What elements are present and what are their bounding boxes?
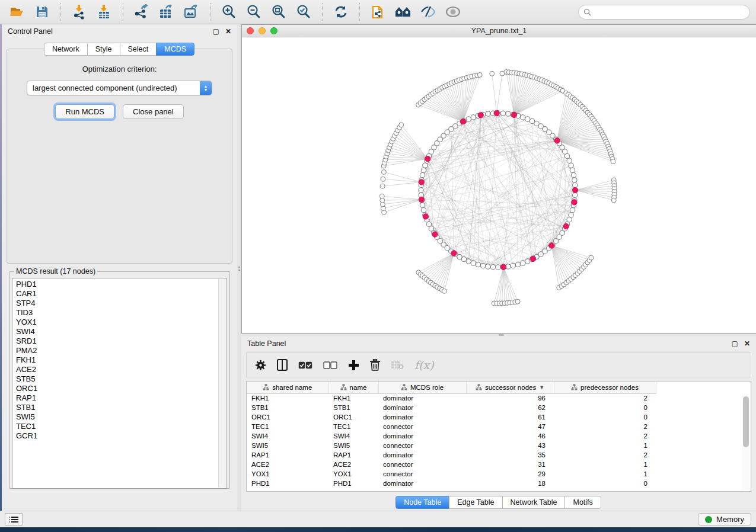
column-header-shared-name[interactable]: shared name <box>247 382 328 393</box>
column-header-predecessor-nodes[interactable]: predecessor nodes <box>554 382 656 393</box>
table-row[interactable]: SWI4SWI4dominator462 <box>247 431 656 441</box>
import-table-icon[interactable] <box>93 2 116 21</box>
table-cell[interactable]: 62 <box>466 403 554 412</box>
tab-network[interactable]: Network <box>44 43 88 56</box>
open-file-icon[interactable] <box>6 2 28 21</box>
table-cell[interactable]: PHD1 <box>247 479 328 488</box>
table-cell[interactable]: TEC1 <box>247 422 328 431</box>
tab-select[interactable]: Select <box>120 43 157 56</box>
table-scrollbar[interactable] <box>742 394 749 490</box>
column-header-successor-nodes[interactable]: successor nodes▼ <box>466 382 554 393</box>
table-cell[interactable]: 43 <box>466 441 554 450</box>
table-cell[interactable]: SWI4 <box>328 431 378 441</box>
table-cell[interactable]: STB1 <box>247 403 328 412</box>
table-cell[interactable]: dominator <box>378 412 466 422</box>
float-table-panel-icon[interactable]: ▢ <box>732 340 738 347</box>
export-image-icon[interactable] <box>180 2 203 21</box>
table-row[interactable]: STB1STB1dominator620 <box>247 403 656 412</box>
mcds-result-item[interactable]: STB5 <box>16 374 227 384</box>
table-cell[interactable]: ACE2 <box>328 460 378 469</box>
close-panel-icon[interactable]: ✕ <box>225 28 231 35</box>
table-cell[interactable]: PHD1 <box>328 479 378 488</box>
add-column-icon[interactable] <box>348 360 359 371</box>
table-row[interactable]: ORC1ORC1dominator610 <box>247 412 656 422</box>
table-scrollbar-thumb[interactable] <box>743 396 749 447</box>
table-cell[interactable]: FKH1 <box>247 393 328 403</box>
mcds-result-item[interactable]: FKH1 <box>16 355 227 365</box>
run-mcds-button[interactable]: Run MCDS <box>55 104 114 119</box>
table-cell[interactable]: ACE2 <box>247 460 328 469</box>
table-row[interactable]: SWI5SWI5connector431 <box>247 441 656 450</box>
table-cell[interactable]: ORC1 <box>247 412 328 422</box>
table-cell[interactable]: SWI4 <box>247 431 328 441</box>
table-cell[interactable]: dominator <box>378 431 466 441</box>
close-table-panel-icon[interactable]: ✕ <box>744 340 750 347</box>
table-cell[interactable]: connector <box>378 469 466 479</box>
table-cell[interactable]: connector <box>378 460 466 469</box>
mcds-result-item[interactable]: ACE2 <box>16 365 227 374</box>
mcds-result-item[interactable]: TEC1 <box>16 422 227 431</box>
tab-edge-table[interactable]: Edge Table <box>449 496 502 509</box>
table-row[interactable]: RAP1RAP1dominator352 <box>247 450 656 460</box>
horizontal-splitter[interactable] <box>241 334 756 336</box>
zoom-selected-icon[interactable] <box>292 2 315 21</box>
table-cell[interactable]: 2 <box>554 422 656 431</box>
table-cell[interactable]: dominator <box>378 403 466 412</box>
mcds-result-item[interactable]: YOX1 <box>16 318 227 327</box>
table-cell[interactable]: 46 <box>466 431 554 441</box>
column-header-name[interactable]: name <box>328 382 378 393</box>
table-cell[interactable]: YOX1 <box>247 469 328 479</box>
hide-selected-icon[interactable] <box>417 2 439 21</box>
mcds-result-item[interactable]: PHD1 <box>16 280 227 289</box>
table-row[interactable]: TEC1TEC1connector472 <box>247 422 656 431</box>
table-cell[interactable]: SWI5 <box>328 441 378 450</box>
mcds-result-list[interactable]: PHD1CAR1STP4TID3YOX1SWI4SRD1PMA2FKH1ACE2… <box>12 278 227 489</box>
mcds-result-item[interactable]: STB1 <box>16 403 227 412</box>
table-cell[interactable]: ORC1 <box>328 412 378 422</box>
search-input[interactable] <box>594 8 745 16</box>
table-cell[interactable]: 0 <box>554 403 656 412</box>
network-window-titlebar[interactable]: YPA_prune.txt_1 <box>242 25 756 37</box>
table-row[interactable]: ACE2ACE2connector311 <box>247 460 656 469</box>
table-cell[interactable]: 1 <box>554 441 656 450</box>
tab-mcds[interactable]: MCDS <box>156 43 194 56</box>
table-cell[interactable]: 1 <box>554 460 656 469</box>
table-cell[interactable]: SWI5 <box>247 441 328 450</box>
select-all-icon[interactable] <box>298 361 312 369</box>
zoom-fit-icon[interactable] <box>267 2 290 21</box>
table-cell[interactable]: 2 <box>554 450 656 460</box>
mcds-result-item[interactable]: SRD1 <box>16 336 227 346</box>
mcds-result-item[interactable]: PMA2 <box>16 346 227 355</box>
table-cell[interactable]: 31 <box>466 460 554 469</box>
mcds-result-item[interactable]: RAP1 <box>16 393 227 403</box>
table-cell[interactable]: FKH1 <box>328 393 378 403</box>
zoom-in-icon[interactable] <box>218 2 240 21</box>
tab-network-table[interactable]: Network Table <box>502 496 566 509</box>
task-history-button[interactable] <box>5 513 23 525</box>
zoom-out-icon[interactable] <box>243 2 265 21</box>
tab-motifs[interactable]: Motifs <box>564 496 601 509</box>
column-header-MCDS-role[interactable]: MCDS role <box>378 382 466 393</box>
mcds-result-item[interactable]: TID3 <box>16 308 227 318</box>
table-cell[interactable]: connector <box>378 441 466 450</box>
table-cell[interactable]: 96 <box>466 393 554 403</box>
mcds-result-item[interactable]: GCR1 <box>16 431 227 441</box>
import-network-icon[interactable] <box>68 2 91 21</box>
table-cell[interactable]: RAP1 <box>247 450 328 460</box>
delete-column-icon[interactable] <box>370 359 380 371</box>
table-cell[interactable]: TEC1 <box>328 422 378 431</box>
table-cell[interactable]: dominator <box>378 393 466 403</box>
table-row[interactable]: PHD1PHD1dominator180 <box>247 479 656 488</box>
result-list-scrollbar[interactable] <box>218 279 226 488</box>
table-cell[interactable]: dominator <box>378 479 466 488</box>
table-cell[interactable]: RAP1 <box>328 450 378 460</box>
table-cell[interactable]: 1 <box>554 469 656 479</box>
float-panel-icon[interactable]: ▢ <box>213 28 219 35</box>
first-neighbors-icon[interactable] <box>392 2 414 21</box>
network-canvas[interactable] <box>242 37 756 333</box>
table-cell[interactable]: 35 <box>466 450 554 460</box>
table-cell[interactable]: dominator <box>378 450 466 460</box>
table-cell[interactable]: 2 <box>554 393 656 403</box>
tab-node-table[interactable]: Node Table <box>395 496 449 509</box>
table-row[interactable]: YOX1YOX1connector291 <box>247 469 656 479</box>
